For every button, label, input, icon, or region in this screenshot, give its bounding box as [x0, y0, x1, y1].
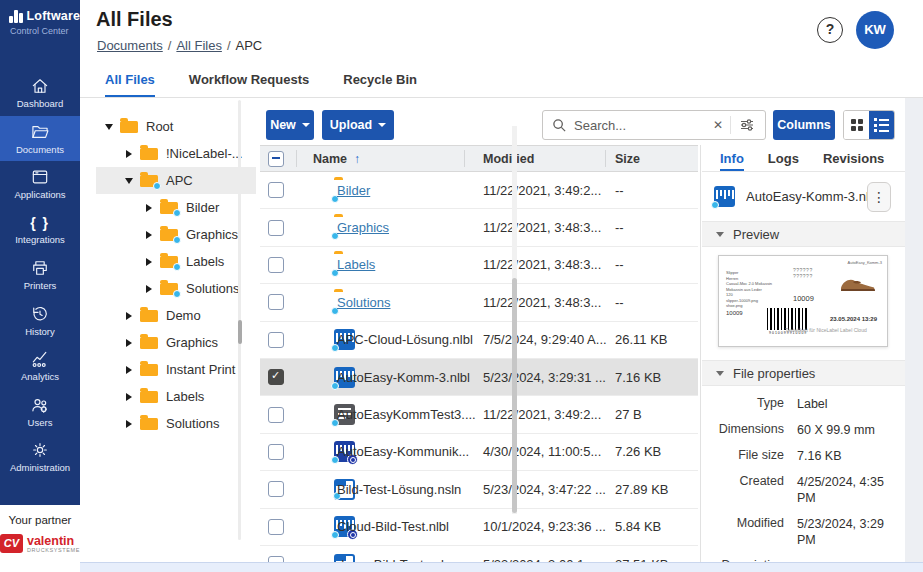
horizontal-scrollbar-track[interactable]: [80, 562, 923, 572]
property-value: Label: [797, 396, 891, 412]
tree-item-bilder[interactable]: Bilder: [96, 194, 256, 221]
modified-cell: 11/22/2021, 3:49:2...: [483, 407, 608, 422]
preview-section-header[interactable]: Preview: [702, 221, 905, 247]
chevron-down-icon[interactable]: [102, 124, 115, 130]
sidebar-item-documents[interactable]: Documents: [0, 116, 80, 162]
folder-icon: [160, 229, 178, 241]
tree-item-labels-root[interactable]: Labels: [96, 383, 256, 410]
chevron-right-icon[interactable]: [122, 339, 135, 347]
file-properties-section-header[interactable]: File properties: [702, 360, 905, 386]
table-row[interactable]: Solutions 11/22/2021, 3:48:3... --: [260, 284, 698, 321]
help-icon[interactable]: ?: [817, 17, 843, 43]
breadcrumb-separator: /: [163, 38, 177, 53]
columns-button[interactable]: Columns: [773, 110, 835, 140]
table-row[interactable]: Cloud-Bild-Test.nlbl 10/1/2024, 9:23:36 …: [260, 509, 698, 546]
column-header-size[interactable]: Size: [615, 152, 640, 166]
chevron-right-icon[interactable]: [122, 312, 135, 320]
tree-item-solutions-root[interactable]: Solutions: [96, 410, 256, 437]
chevron-right-icon[interactable]: [142, 285, 155, 293]
file-toolbar: New Upload ✕ Columns: [260, 107, 905, 143]
chevron-right-icon[interactable]: [122, 150, 135, 158]
clear-search-icon[interactable]: ✕: [706, 118, 730, 132]
row-checkbox[interactable]: [268, 332, 284, 348]
table-row[interactable]: Labels 11/22/2021, 3:48:3... --: [260, 247, 698, 284]
file-name-link[interactable]: Labels: [337, 257, 375, 272]
tab-logs[interactable]: Logs: [768, 145, 799, 171]
upload-button[interactable]: Upload: [322, 110, 394, 140]
row-checkbox[interactable]: [268, 220, 284, 236]
file-name-link[interactable]: Bilder: [337, 183, 370, 198]
file-name-link[interactable]: Solutions: [337, 295, 390, 310]
folder-icon: [140, 418, 158, 430]
tree-item-apc[interactable]: APC: [96, 167, 256, 194]
table-row[interactable]: Bilder 11/22/2021, 3:49:2... --: [260, 172, 698, 209]
tree-item-graphics[interactable]: Graphics: [96, 221, 256, 248]
folder-icon: [140, 175, 158, 187]
column-header-modified[interactable]: Modified: [483, 152, 534, 166]
tree-scrollbar-thumb[interactable]: [238, 320, 242, 344]
select-all-checkbox[interactable]: [268, 151, 284, 167]
tree-item-nicelabel[interactable]: !NiceLabel-...: [96, 140, 256, 167]
kebab-menu-button[interactable]: ⋮: [867, 182, 891, 212]
row-checkbox[interactable]: [268, 182, 284, 198]
row-checkbox[interactable]: [268, 444, 284, 460]
chevron-right-icon[interactable]: [142, 258, 155, 266]
sidebar-item-dashboard[interactable]: Dashboard: [0, 70, 80, 116]
chevron-right-icon[interactable]: [122, 366, 135, 374]
grid-view-button[interactable]: [844, 111, 869, 139]
row-checkbox[interactable]: [268, 407, 284, 423]
tab-workflow-requests[interactable]: Workflow Requests: [189, 62, 309, 97]
tree-item-graphics-root[interactable]: Graphics: [96, 329, 256, 356]
search-input[interactable]: [574, 118, 706, 133]
row-checkbox-checked[interactable]: [268, 369, 284, 385]
column-header-name[interactable]: Name↑: [313, 152, 360, 166]
table-row[interactable]: AutoEasyKommTest3.... 11/22/2021, 3:49:2…: [260, 396, 698, 433]
modified-cell: 11/22/2021, 3:48:3...: [483, 257, 608, 272]
filter-icon[interactable]: [731, 117, 759, 133]
tree-item-labels[interactable]: Labels: [96, 248, 256, 275]
list-view-button[interactable]: [869, 111, 894, 139]
chevron-right-icon[interactable]: [122, 393, 135, 401]
tab-recycle-bin[interactable]: Recycle Bin: [343, 62, 417, 97]
sidebar-item-administration[interactable]: Administration: [0, 434, 80, 480]
breadcrumb-link-documents[interactable]: Documents: [97, 38, 163, 53]
table-row[interactable]: demo-Bild-Test.nsln 5/23/2024, 3:00:1...…: [260, 546, 698, 562]
sidebar-item-users[interactable]: Users: [0, 389, 80, 435]
tree-item-instant-print[interactable]: Instant Print: [96, 356, 256, 383]
tab-info[interactable]: Info: [720, 145, 744, 171]
sidebar-item-integrations[interactable]: { } Integrations: [0, 207, 80, 253]
chevron-right-icon[interactable]: [122, 420, 135, 428]
sidebar-item-history[interactable]: History: [0, 298, 80, 344]
property-label: Created: [702, 474, 784, 506]
chevron-right-icon[interactable]: [142, 231, 155, 239]
chevron-down-icon[interactable]: [122, 178, 135, 184]
avatar[interactable]: KW: [856, 11, 894, 49]
modified-cell: 5/23/2024, 3:29:31 ...: [483, 370, 608, 385]
row-checkbox[interactable]: [268, 257, 284, 273]
tab-all-files[interactable]: All Files: [105, 62, 155, 97]
tree-item-demo[interactable]: Demo: [96, 302, 256, 329]
chevron-right-icon[interactable]: [142, 204, 155, 212]
size-cell: --: [615, 257, 624, 272]
list-scrollbar-thumb[interactable]: [512, 278, 517, 513]
tree-item-solutions[interactable]: Solutions: [96, 275, 256, 302]
modified-cell: 11/22/2021, 3:48:3...: [483, 295, 608, 310]
table-row[interactable]: Graphics 11/22/2021, 3:48:3... --: [260, 209, 698, 246]
breadcrumb-link-all-files[interactable]: All Files: [176, 38, 222, 53]
sidebar-item-printers[interactable]: Printers: [0, 252, 80, 298]
sidebar-item-analytics[interactable]: Analytics: [0, 343, 80, 389]
table-row[interactable]: Bild-Test-Lösung.nsln 5/23/2024, 3:47:22…: [260, 471, 698, 508]
row-checkbox[interactable]: [268, 481, 284, 497]
new-button[interactable]: New: [266, 110, 314, 140]
file-name-link[interactable]: Graphics: [337, 220, 389, 235]
table-row-selected[interactable]: AutoEasy-Komm-3.nlbl 5/23/2024, 3:29:31 …: [260, 359, 698, 396]
tree-item-root[interactable]: Root: [96, 113, 256, 140]
tab-revisions[interactable]: Revisions: [823, 145, 884, 171]
row-checkbox[interactable]: [268, 294, 284, 310]
table-row[interactable]: AutoEasy-Kommunik... 4/30/2024, 11:00:5.…: [260, 434, 698, 471]
file-name: Bild-Test-Lösung.nsln: [337, 482, 477, 497]
breadcrumb-separator: /: [222, 38, 236, 53]
table-row[interactable]: APC-Cloud-Lösung.nlbl 7/5/2024, 9:29:40 …: [260, 322, 698, 359]
row-checkbox[interactable]: [268, 519, 284, 535]
sidebar-item-applications[interactable]: Applications: [0, 161, 80, 207]
